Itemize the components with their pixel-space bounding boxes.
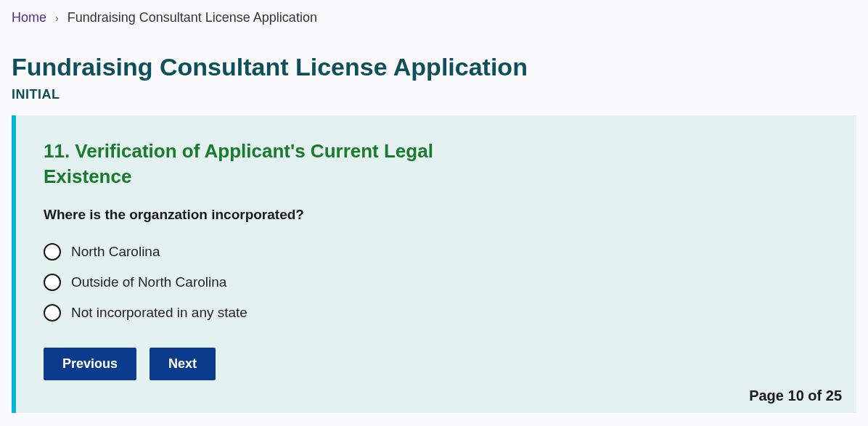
section-title: 11. Verification of Applicant's Current … <box>44 139 450 189</box>
page-subtitle: INITIAL <box>12 87 856 102</box>
breadcrumb-current: Fundraising Consultant License Applicati… <box>67 10 317 25</box>
radio-icon <box>44 243 61 261</box>
radio-option-not-incorporated[interactable]: Not incorporated in any state <box>44 304 829 321</box>
button-row: Previous Next <box>44 348 829 380</box>
radio-icon <box>44 304 61 321</box>
breadcrumb-home[interactable]: Home <box>12 10 46 25</box>
page-title: Fundraising Consultant License Applicati… <box>12 53 856 81</box>
radio-option-nc[interactable]: North Carolina <box>44 243 829 261</box>
radio-label: North Carolina <box>71 244 160 260</box>
breadcrumb: Home › Fundraising Consultant License Ap… <box>0 0 868 36</box>
chevron-right-icon: › <box>55 12 59 24</box>
radio-group: North Carolina Outside of North Carolina… <box>44 243 829 321</box>
radio-option-outside-nc[interactable]: Outside of North Carolina <box>44 274 829 291</box>
form-question: Where is the organzation incorporated? <box>44 207 829 223</box>
page-indicator: Page 10 of 25 <box>749 388 842 404</box>
radio-icon <box>44 274 61 291</box>
next-button[interactable]: Next <box>150 348 216 380</box>
page-header: Fundraising Consultant License Applicati… <box>0 53 868 115</box>
form-card: 11. Verification of Applicant's Current … <box>12 115 856 413</box>
previous-button[interactable]: Previous <box>44 348 136 380</box>
radio-label: Not incorporated in any state <box>71 305 247 321</box>
radio-label: Outside of North Carolina <box>71 274 226 290</box>
